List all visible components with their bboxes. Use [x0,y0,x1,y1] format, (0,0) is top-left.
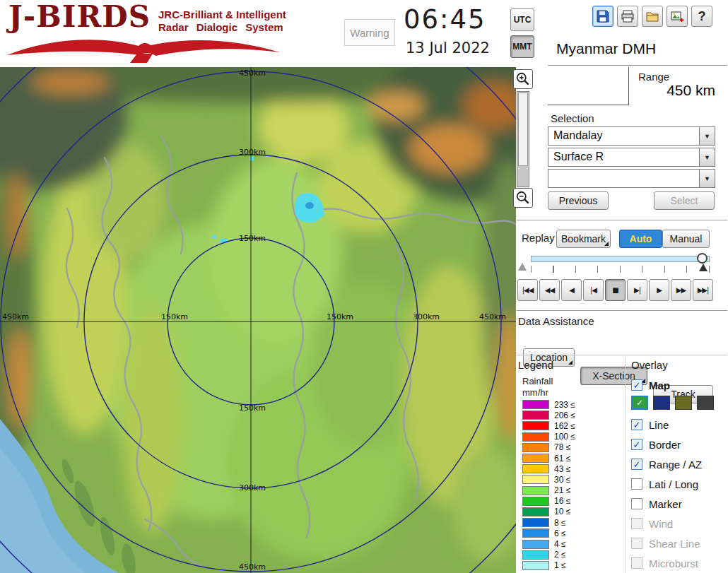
legend-value: 30 ≤ [554,475,570,485]
timeline-tick-marks [531,266,710,273]
print-button[interactable] [617,6,638,27]
chevron-down-icon[interactable]: ▼ [699,148,715,166]
legend-value: 61 ≤ [554,454,570,463]
map-theme-swatch-4[interactable] [697,396,714,410]
replay-label: Replay [522,232,555,244]
overlay-item-map[interactable]: ✓ Map [631,375,670,395]
range-ring-label: 300km [239,148,266,157]
legend-value: 162 ≤ [554,421,575,431]
overlay-item-label: Range / AZ [649,459,702,471]
select-button: Select [654,191,715,210]
checkbox[interactable]: ✓ [631,459,642,470]
product-dropdown[interactable]: Surface R ▼ [548,148,715,167]
warning-indicator: Warning [344,19,395,46]
zoom-in-button[interactable] [513,69,533,89]
save-icon [596,9,610,23]
legend-value: 6 ≤ [554,528,566,538]
skip-to-start-button[interactable]: |◀◀ [517,279,538,301]
manual-mode-button[interactable]: Manual [662,230,710,248]
mmt-toggle-button[interactable]: MMT [510,35,534,58]
legend-color-swatch [522,400,549,409]
legend-row: 8 ≤ [522,517,575,528]
overlay-item-marker[interactable]: Marker [631,494,702,514]
replay-timeline-track[interactable] [531,256,710,262]
replay-timeline-handle[interactable] [697,253,708,264]
range-ring-label: 150km [239,403,266,413]
legend-unit-line2: mm/hr [522,387,548,398]
app-logo-subtitle: JRC-Brilliant & Intelligent Radar Dialog… [158,8,286,34]
checkbox[interactable]: ✓ [631,379,642,391]
zoom-slider-thumb[interactable] [518,93,528,166]
radar-map-display[interactable]: 450km 300km 150km 150km 300km 450km 450k… [0,67,516,573]
range-ring-label: 450km [239,562,266,572]
range-ring-label: 450km [239,69,266,78]
chevron-down-icon[interactable]: ▼ [699,127,715,145]
legend-row: 206 ≤ [522,410,575,420]
checkbox [631,557,642,569]
step-backward-button[interactable]: |◀ [583,279,604,301]
overlay-item-label: Border [649,439,681,451]
legend-row: 100 ≤ [522,432,575,442]
fast-rewind-button[interactable]: ◀◀ [539,279,560,301]
checkbox[interactable]: ✓ [631,439,642,450]
checkbox[interactable] [631,478,642,490]
overlay-item-line[interactable]: ✓Line [631,415,702,435]
checkbox[interactable] [631,498,642,509]
legend-color-swatch [522,561,549,570]
legend-value: 100 ≤ [554,432,575,442]
bookmark-button[interactable]: Bookmark [556,230,611,248]
legend-row: 1 ≤ [522,560,575,571]
map-theme-swatch-3[interactable] [675,396,692,410]
map-theme-swatch-2[interactable] [653,396,670,410]
legend-row: 233 ≤ [522,399,575,410]
open-folder-button[interactable] [642,6,663,27]
legend-row: 30 ≤ [522,474,575,485]
chevron-down-icon[interactable]: ▼ [699,170,715,187]
stop-button[interactable]: ■ [605,279,626,301]
rain-echo-core [305,202,314,209]
playback-controls: |◀◀◀◀◀|◀■▶|▶▶▶▶▶| [517,279,713,301]
play-button[interactable]: ▶ [649,279,669,301]
legend-color-swatch [522,432,549,442]
save-button[interactable] [592,6,613,27]
product-dropdown-value[interactable]: Surface R [548,148,699,166]
map-theme-swatches: ✓ [631,396,714,410]
skip-to-end-button[interactable]: ▶▶| [693,279,713,301]
option-dropdown[interactable]: ▼ [548,169,715,188]
range-ring-label: 300km [239,483,266,492]
logo-subtitle-line1: JRC-Brilliant & Intelligent [158,8,286,21]
zoom-out-button[interactable] [513,188,533,208]
checkbox [631,518,642,529]
overlay-item-lati-long[interactable]: Lati / Long [631,474,702,494]
range-ring-label: 150km [161,312,188,321]
legend-value: 10 ≤ [554,507,570,516]
step-forward-button[interactable]: ▶| [627,279,647,301]
option-dropdown-value[interactable] [548,170,699,187]
range-value: 450 km [636,82,715,99]
map-theme-swatch-1[interactable]: ✓ [631,396,648,410]
help-button[interactable]: ? [691,6,712,27]
overlay-item-border[interactable]: ✓Border [631,435,702,454]
legend-color-swatch [522,497,549,506]
range-ring-label: 150km [327,312,353,321]
data-assistance-label: Data Assistance [518,315,594,327]
legend-row: 21 ≤ [522,485,575,496]
previous-button[interactable]: Previous [548,191,609,210]
legend-row: 16 ≤ [522,496,575,507]
panel-divider [517,355,727,355]
play-backward-button[interactable]: ◀ [561,279,582,301]
legend-row: 4 ≤ [522,538,575,549]
auto-mode-button[interactable]: Auto [619,230,662,248]
selection-label: Selection [551,112,594,124]
site-dropdown-value[interactable]: Mandalay [548,127,699,145]
legend-row: 43 ≤ [522,463,575,474]
checkbox[interactable]: ✓ [631,419,642,430]
overlay-item-range-az[interactable]: ✓Range / AZ [631,454,702,474]
range-ring-label: 450km [2,312,29,321]
zoom-in-icon [515,71,531,87]
site-dropdown[interactable]: Mandalay ▼ [548,126,715,146]
fast-forward-button[interactable]: ▶▶ [671,279,691,301]
utc-toggle-button[interactable]: UTC [510,8,534,31]
legend-color-swatch [522,475,549,484]
add-image-button[interactable] [667,6,688,27]
